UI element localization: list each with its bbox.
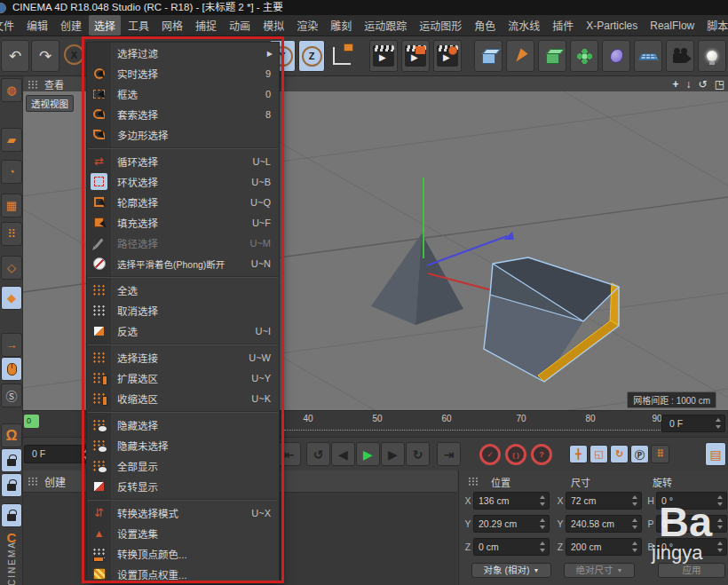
- menu-item-set-vertex-weight[interactable]: 设置顶点权重...: [87, 564, 279, 584]
- record-parameter-button[interactable]: Ⓟ: [630, 445, 649, 463]
- menu-item-convert-selection[interactable]: ⇵ 转换选择模式U~X: [87, 502, 279, 523]
- menu-item-unhide-all[interactable]: 全部显示: [87, 455, 279, 476]
- goto-end-button[interactable]: ⇥: [437, 442, 461, 466]
- record-point-level-button[interactable]: ⠿: [651, 445, 669, 463]
- size-z-field[interactable]: 200 cm: [566, 538, 642, 556]
- menu-item-select-all[interactable]: 全选: [87, 280, 279, 300]
- play-button[interactable]: ▶: [356, 442, 380, 466]
- menu-item-hide-unselected[interactable]: 隐藏未选择: [87, 435, 279, 455]
- lock-workplane-button[interactable]: [1, 503, 22, 527]
- size-x-field[interactable]: 72 cm: [566, 492, 642, 510]
- coordinate-system-button[interactable]: [333, 47, 351, 65]
- lock-selection-button[interactable]: [1, 473, 22, 497]
- viewport-solo-button[interactable]: [1, 357, 22, 381]
- spinner-icon[interactable]: [632, 542, 638, 552]
- size-y-field[interactable]: 240.58 cm: [566, 515, 642, 533]
- spinner-icon[interactable]: [632, 495, 638, 506]
- menu-motion-tracker[interactable]: 运动跟踪: [359, 15, 412, 36]
- make-editable-button[interactable]: ◍: [1, 78, 22, 102]
- menu-character[interactable]: 角色: [469, 15, 501, 36]
- menu-edit[interactable]: 编辑: [21, 15, 53, 36]
- record-keyframe-button[interactable]: ✓: [479, 444, 501, 465]
- menu-sculpt[interactable]: 雕刻: [325, 15, 357, 36]
- viewport-toggle-icon[interactable]: ◳: [715, 78, 724, 91]
- menu-render[interactable]: 渲染: [291, 15, 323, 36]
- redo-button[interactable]: ↷: [31, 40, 59, 72]
- menu-item-selection-filter[interactable]: 选择过滤 ▶: [87, 43, 279, 63]
- menu-item-set-vertex-color[interactable]: 转换顶点颜色...: [87, 543, 279, 564]
- menu-file[interactable]: 文件: [0, 15, 20, 36]
- menu-create[interactable]: 创建: [55, 15, 87, 36]
- viewport-rotate-icon[interactable]: ↺: [699, 78, 708, 91]
- menu-item-rectangle-selection[interactable]: 框选0: [87, 83, 279, 104]
- apply-button[interactable]: 应用: [658, 563, 725, 578]
- autokey-button[interactable]: ( ): [505, 444, 526, 465]
- pos-x-field[interactable]: 136 cm: [473, 492, 550, 510]
- menu-item-shrink-selection[interactable]: 收缩选区U~K: [87, 388, 279, 408]
- menu-tools[interactable]: 工具: [123, 15, 154, 36]
- menu-mesh[interactable]: 网格: [156, 15, 188, 36]
- spinner-icon[interactable]: [632, 518, 638, 529]
- menu-xparticles[interactable]: X-Particles: [581, 17, 643, 35]
- menu-item-hide-selected[interactable]: 隐藏选择: [87, 415, 279, 435]
- menu-item-ring-selection[interactable]: 环状选择U~B: [87, 171, 279, 192]
- render-view-button[interactable]: ▶: [369, 40, 398, 72]
- play-backwards-button[interactable]: ↺: [306, 442, 330, 466]
- menu-item-live-selection[interactable]: 实时选择9: [87, 63, 279, 83]
- keyframe-lock-button[interactable]: [1, 448, 22, 472]
- spinner-icon[interactable]: [717, 495, 724, 506]
- timeline-ruler[interactable]: 40 50 60 70 80 90: [284, 411, 666, 437]
- menu-item-fill-selection[interactable]: 填充选择U~F: [87, 212, 279, 233]
- viewport-pan-icon[interactable]: +: [673, 78, 679, 91]
- enable-snap-button[interactable]: Ⓢ: [1, 383, 22, 407]
- add-field-button[interactable]: [602, 40, 630, 72]
- menu-animate[interactable]: 动画: [224, 15, 256, 36]
- menu-select[interactable]: 选择: [89, 15, 121, 36]
- menu-script[interactable]: 脚本: [701, 15, 728, 36]
- menu-item-deselect-all[interactable]: 取消选择: [87, 300, 279, 320]
- menu-realflow[interactable]: RealFlow: [645, 17, 700, 35]
- spinner-icon[interactable]: [540, 518, 546, 529]
- menu-item-phong-break-selection[interactable]: 选择平滑着色(Phong)断开U~N: [87, 253, 279, 273]
- end-frame-field[interactable]: 0 F: [661, 415, 725, 432]
- snap-settings-button[interactable]: Ω: [1, 423, 22, 447]
- add-environment-button[interactable]: [634, 40, 662, 72]
- menu-item-loop-selection[interactable]: ⇄ 循环选择U~L: [87, 151, 279, 171]
- record-scale-button[interactable]: ◱: [590, 445, 608, 463]
- size-mode-dropdown[interactable]: 绝对尺寸▼: [564, 563, 635, 578]
- menu-item-grow-selection[interactable]: 扩展选区U~Y: [87, 368, 279, 388]
- keyframe-options-button[interactable]: ?: [531, 444, 552, 465]
- spinner-icon[interactable]: [717, 542, 724, 552]
- menu-item-outline-selection[interactable]: 轮廓选择U~Q: [87, 192, 279, 212]
- record-position-button[interactable]: ╋: [569, 445, 588, 463]
- current-frame-field[interactable]: 0 F: [24, 445, 93, 463]
- object-mode-dropdown[interactable]: 对象 (相对)▼: [471, 563, 551, 578]
- add-camera-button[interactable]: [666, 40, 694, 72]
- panel-grip-icon[interactable]: [28, 477, 39, 486]
- menu-snap[interactable]: 捕捉: [190, 15, 222, 36]
- viewport-dolly-icon[interactable]: ↓: [686, 78, 692, 91]
- menu-item-set-selection[interactable]: ▲ 设置选集: [87, 523, 279, 543]
- add-primitive-button[interactable]: [474, 40, 502, 72]
- timeline-playhead[interactable]: 0: [24, 415, 39, 428]
- texture-mode-button[interactable]: ◔: [1, 160, 22, 184]
- pos-y-field[interactable]: 20.29 cm: [473, 515, 550, 533]
- pos-z-field[interactable]: 0 cm: [473, 538, 550, 556]
- enable-axis-button[interactable]: →: [1, 333, 22, 357]
- model-mode-button[interactable]: ▰: [1, 128, 22, 152]
- menu-simulate[interactable]: 模拟: [257, 15, 289, 36]
- spinner-icon[interactable]: [540, 495, 546, 506]
- edges-mode-button[interactable]: ◇: [1, 256, 22, 280]
- menu-pipeline[interactable]: 流水线: [502, 15, 545, 36]
- menu-item-path-selection[interactable]: 路径选择U~M: [87, 233, 279, 253]
- z-axis-lock-button[interactable]: Z: [298, 40, 325, 72]
- keyframe-selection-button[interactable]: ▤: [705, 442, 726, 466]
- spinner-icon[interactable]: [540, 542, 546, 552]
- render-settings-button[interactable]: ▶: [433, 40, 462, 72]
- menu-item-invert-visibility[interactable]: 反转显示: [87, 476, 279, 496]
- workplane-mode-button[interactable]: ▦: [1, 194, 22, 217]
- spinner-icon[interactable]: [716, 418, 722, 429]
- next-frame-button[interactable]: ▶: [381, 442, 405, 466]
- render-to-picture-viewer-button[interactable]: ▶: [401, 40, 430, 72]
- x-axis-lock-button[interactable]: X: [64, 44, 84, 65]
